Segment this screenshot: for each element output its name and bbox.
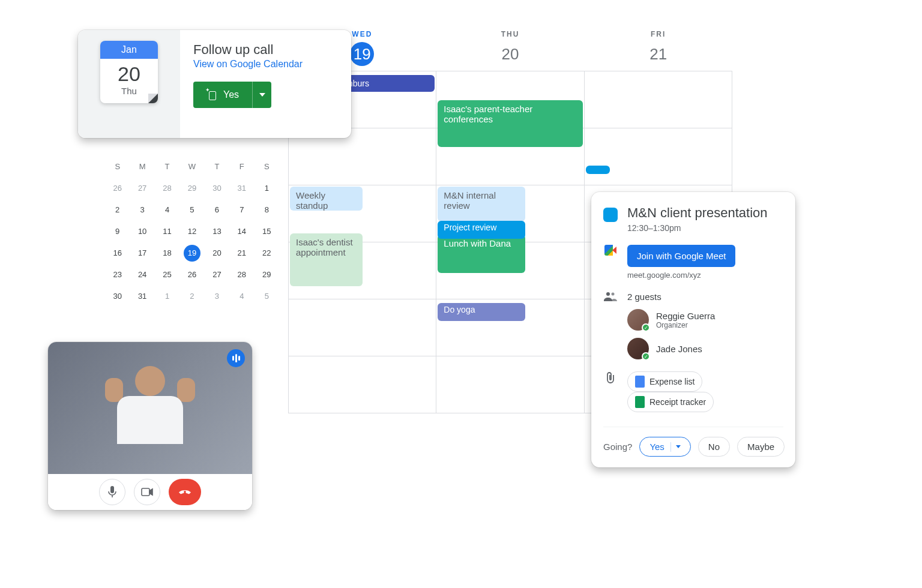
- mini-day[interactable]: 22: [255, 242, 279, 264]
- mini-day[interactable]: 4: [229, 286, 254, 307]
- camera-button[interactable]: [134, 479, 160, 505]
- rsvp-yes-main[interactable]: Yes: [193, 82, 252, 108]
- mini-day[interactable]: 26: [179, 264, 204, 286]
- mini-day[interactable]: 11: [155, 221, 179, 242]
- mini-day[interactable]: 9: [105, 221, 130, 242]
- microphone-icon: [107, 486, 117, 498]
- join-meet-button[interactable]: Join with Google Meet: [627, 245, 735, 267]
- sheets-icon: [635, 396, 645, 408]
- camera-icon: [141, 488, 153, 496]
- rsvp-yes-button[interactable]: Yes: [639, 437, 690, 457]
- attachment-icon: [605, 371, 616, 383]
- mini-day[interactable]: 10: [130, 221, 154, 242]
- rsvp-yes-dropdown[interactable]: [252, 82, 271, 108]
- people-icon: [604, 292, 617, 301]
- guest-row[interactable]: ✓ Jade Jones: [627, 338, 783, 359]
- event-mn-review[interactable]: M&N internal review: [438, 187, 525, 221]
- mini-day[interactable]: 14: [229, 221, 254, 242]
- mini-day[interactable]: 28: [229, 264, 254, 286]
- video-call-card: [48, 342, 252, 510]
- mini-day[interactable]: 31: [229, 178, 254, 199]
- mini-dow: M: [130, 156, 154, 178]
- mini-day[interactable]: 20: [205, 242, 229, 264]
- svg-point-3: [606, 292, 610, 296]
- mini-day[interactable]: 28: [155, 178, 179, 199]
- mini-day[interactable]: 4: [155, 199, 179, 221]
- event-do-yoga[interactable]: Do yoga: [438, 303, 525, 321]
- follow-up-title: Follow up call: [193, 42, 338, 58]
- mini-day[interactable]: 30: [105, 286, 130, 307]
- mini-day[interactable]: 1: [255, 178, 279, 199]
- mini-dow: S: [105, 156, 130, 178]
- svg-point-4: [612, 293, 615, 296]
- mini-day[interactable]: 3: [130, 199, 154, 221]
- mini-day[interactable]: 13: [205, 221, 229, 242]
- mini-day[interactable]: 19: [179, 242, 204, 264]
- mini-dow: S: [255, 156, 279, 178]
- mute-button[interactable]: [99, 479, 125, 505]
- hangup-button[interactable]: [169, 479, 201, 505]
- mini-day[interactable]: 15: [255, 221, 279, 242]
- date-chip-month: Jan: [100, 41, 158, 59]
- mini-day[interactable]: 31: [130, 286, 154, 307]
- view-on-calendar-link[interactable]: View on Google Calendar: [193, 59, 303, 69]
- attachment-receipt-tracker[interactable]: Receipt tracker: [627, 392, 714, 412]
- mini-month-calendar[interactable]: SMTWTFS 26272829303112345678910111213141…: [105, 156, 279, 307]
- mini-day[interactable]: 5: [255, 286, 279, 307]
- rsvp-yes-caret[interactable]: [670, 442, 681, 452]
- avatar: ✓: [627, 309, 649, 331]
- svg-rect-1: [110, 486, 114, 493]
- mini-day[interactable]: 26: [105, 178, 130, 199]
- mini-day[interactable]: 27: [130, 178, 154, 199]
- mini-day[interactable]: 29: [255, 264, 279, 286]
- mini-day[interactable]: 29: [179, 178, 204, 199]
- mini-day[interactable]: 12: [179, 221, 204, 242]
- date-chip: Jan 20 Thu: [100, 41, 158, 103]
- event-weekly-standup[interactable]: Weekly standup: [290, 187, 363, 211]
- video-controls: [48, 474, 252, 510]
- mini-dow: T: [155, 156, 179, 178]
- mini-dow: W: [179, 156, 204, 178]
- speaking-indicator-icon: [227, 349, 245, 367]
- mini-day[interactable]: 17: [130, 242, 154, 264]
- caret-down-icon: [676, 445, 681, 448]
- page-fold-icon: [148, 94, 158, 103]
- mini-day[interactable]: 5: [179, 199, 204, 221]
- guest-count: 2 guests: [627, 292, 783, 302]
- mini-day[interactable]: 21: [229, 242, 254, 264]
- mini-day[interactable]: 23: [105, 264, 130, 286]
- mini-day[interactable]: 18: [155, 242, 179, 264]
- day-header-fri[interactable]: FRI 21: [584, 30, 732, 71]
- guest-row[interactable]: ✓ Reggie Guerra Organizer: [627, 309, 783, 331]
- mini-day[interactable]: 8: [255, 199, 279, 221]
- check-icon: ✓: [642, 352, 650, 361]
- attachment-expense-list[interactable]: Expense list: [627, 371, 702, 392]
- svg-rect-2: [142, 488, 149, 496]
- event-color-square: [603, 208, 618, 222]
- mini-day[interactable]: 30: [205, 178, 229, 199]
- video-feed: [48, 342, 252, 474]
- building-sparkle-icon: [206, 89, 217, 100]
- avatar: ✓: [627, 338, 649, 359]
- event-fri-sliver[interactable]: [586, 166, 610, 174]
- mini-day[interactable]: 1: [155, 286, 179, 307]
- mini-day[interactable]: 6: [205, 199, 229, 221]
- rsvp-bar: Going? Yes No Maybe: [603, 427, 783, 457]
- event-project-review[interactable]: Project review: [438, 221, 525, 239]
- mini-day[interactable]: 2: [179, 286, 204, 307]
- day-header-thu[interactable]: THU 20: [436, 30, 585, 71]
- mini-day[interactable]: 3: [205, 286, 229, 307]
- mini-day[interactable]: 27: [205, 264, 229, 286]
- event-detail-card: M&N client presentation 12:30–1:30pm Joi…: [591, 192, 795, 467]
- rsvp-no-button[interactable]: No: [698, 437, 730, 457]
- phone-hangup-icon: [178, 485, 192, 499]
- mini-day[interactable]: 7: [229, 199, 254, 221]
- follow-up-card: Jan 20 Thu Follow up call View on Google…: [78, 30, 351, 138]
- mini-day[interactable]: 25: [155, 264, 179, 286]
- mini-day[interactable]: 24: [130, 264, 154, 286]
- rsvp-maybe-button[interactable]: Maybe: [737, 437, 785, 457]
- mini-day[interactable]: 2: [105, 199, 130, 221]
- check-icon: ✓: [642, 323, 650, 332]
- rsvp-yes-split-button[interactable]: Yes: [193, 82, 271, 108]
- mini-day[interactable]: 16: [105, 242, 130, 264]
